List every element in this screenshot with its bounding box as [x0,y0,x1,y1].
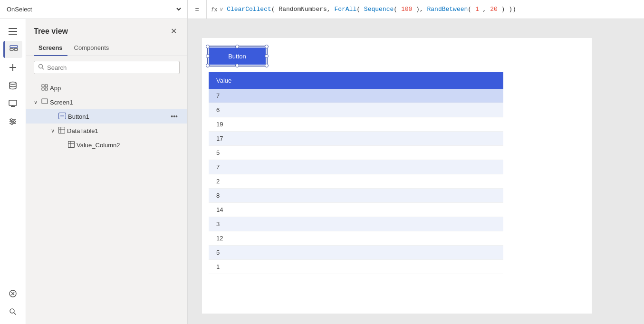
table-row[interactable]: 12 [209,231,503,246]
svg-rect-26 [45,88,48,90]
screen-node-icon [41,98,48,106]
svg-rect-0 [9,28,17,29]
data-icon[interactable] [3,77,22,94]
svg-point-16 [13,121,15,123]
equals-sign: = [188,0,207,19]
property-dropdown[interactable]: OnSelect [5,5,183,13]
handle-bl[interactable] [206,64,210,67]
hamburger-menu-icon[interactable] [3,23,22,40]
column-node-icon [68,141,75,149]
media-icon[interactable] [3,95,22,112]
svg-rect-24 [45,85,48,87]
table-row[interactable]: 5 [209,246,503,260]
tree-item-datatable1-label: DataTable1 [67,127,180,134]
handle-br[interactable] [265,64,269,67]
tree-item-button1[interactable]: Button1 ••• [26,109,187,124]
svg-point-21 [39,65,43,68]
tab-screens[interactable]: Screens [34,41,67,56]
handle-tl[interactable] [206,45,210,48]
formula-bar: fx ∨ ClearCollect( RandomNumbers, ForAll… [207,6,644,13]
controls-icon[interactable] [3,113,22,130]
svg-rect-25 [42,88,44,90]
expand-icon-screen1: ∨ [34,99,39,105]
property-selector: OnSelect [0,0,188,19]
tree-title: Tree view [34,27,68,36]
tab-components[interactable]: Components [69,41,114,56]
table-row[interactable]: 7 [209,160,503,174]
search-icon[interactable] [3,303,22,320]
svg-point-15 [10,119,12,121]
svg-point-19 [10,309,14,313]
tree-header: Tree view ✕ [26,19,187,41]
tree-panel: Tree view ✕ Screens Components App [26,19,188,324]
table-row[interactable]: 19 [209,117,503,132]
svg-rect-3 [10,46,18,48]
handle-bm[interactable] [235,64,239,67]
table-row[interactable]: 7 [209,89,503,103]
search-input[interactable] [47,64,175,71]
tree-item-app-label: App [50,85,180,92]
handle-ml[interactable] [206,54,210,58]
svg-rect-5 [14,48,18,50]
svg-rect-9 [9,100,17,105]
main-content: Tree view ✕ Screens Components App [0,19,644,324]
button1-more-button[interactable]: ••• [169,113,180,120]
table-row[interactable]: 17 [209,132,503,146]
tree-search-box [34,61,180,74]
close-button[interactable]: ✕ [168,26,180,37]
datatable-widget: Value 7 6 19 17 5 7 2 8 14 3 12 5 1 [209,72,503,274]
datatable-node-icon [58,127,65,135]
table-row[interactable]: 2 [209,174,503,189]
handle-mr[interactable] [265,54,269,58]
canvas-area: Button Value 7 6 19 17 5 7 2 8 14 3 12 5… [188,19,644,324]
handle-tr[interactable] [265,45,269,48]
tree-view-icon[interactable] [3,41,22,58]
svg-rect-30 [59,127,65,133]
tree-item-screen1-label: Screen1 [50,99,180,106]
fx-label: fx ∨ [211,6,223,13]
search-small-icon [38,64,44,71]
svg-rect-2 [9,34,17,35]
svg-line-22 [42,68,44,70]
tree-item-datatable1[interactable]: ∨ DataTable1 [26,124,187,138]
handle-tm[interactable] [235,45,239,48]
icon-rail [0,19,26,324]
table-row[interactable]: 14 [209,203,503,217]
tree-item-screen1[interactable]: ∨ Screen1 [26,95,187,109]
tree-item-button1-label: Button1 [68,113,167,120]
tree-body: App ∨ Screen1 Button1 ••• ∨ [26,79,187,324]
top-bar: OnSelect = fx ∨ ClearCollect( RandomNumb… [0,0,644,19]
svg-point-8 [10,82,16,85]
tree-tabs: Screens Components [26,41,187,56]
datatable-header: Value [209,72,503,89]
add-icon[interactable] [3,59,22,76]
expand-icon-datatable1: ∨ [51,128,57,134]
formula-text[interactable]: ClearCollect( RandomNumbers, ForAll( Seq… [227,6,516,13]
tree-item-valuecolumn2-label: Value_Column2 [77,142,180,149]
svg-rect-1 [9,31,17,32]
app-node-icon [41,84,48,92]
tree-item-valuecolumn2[interactable]: Value_Column2 [26,138,187,152]
table-row[interactable]: 6 [209,103,503,117]
table-row[interactable]: 5 [209,146,503,160]
svg-line-20 [14,313,16,315]
selection-border [207,46,268,67]
svg-point-17 [11,123,13,124]
svg-rect-23 [42,85,44,87]
table-row[interactable]: 8 [209,189,503,203]
svg-rect-33 [68,141,75,147]
table-row[interactable]: 1 [209,260,503,274]
svg-rect-4 [10,48,13,50]
tree-item-app[interactable]: App [26,81,187,95]
app-canvas: Button Value 7 6 19 17 5 7 2 8 14 3 12 5… [202,38,592,314]
table-row[interactable]: 3 [209,217,503,231]
svg-rect-27 [42,99,48,104]
button-node-icon [58,113,66,121]
button-widget[interactable]: Button [209,48,266,65]
variables-icon[interactable] [3,285,22,302]
